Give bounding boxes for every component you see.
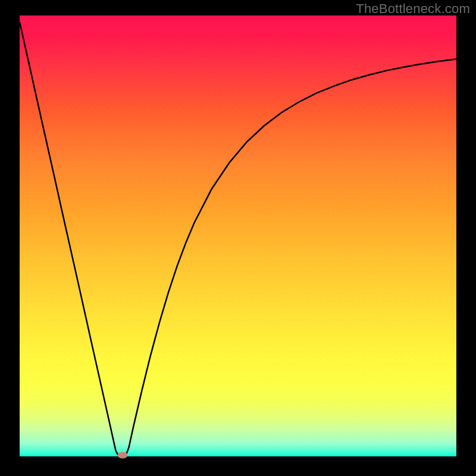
minimum-marker (118, 452, 128, 458)
plot-area (20, 15, 456, 456)
watermark-text: TheBottleneck.com (356, 1, 470, 17)
chart-container: TheBottleneck.com (0, 0, 476, 476)
curve-svg (20, 15, 456, 456)
bottleneck-curve-path (20, 22, 456, 455)
